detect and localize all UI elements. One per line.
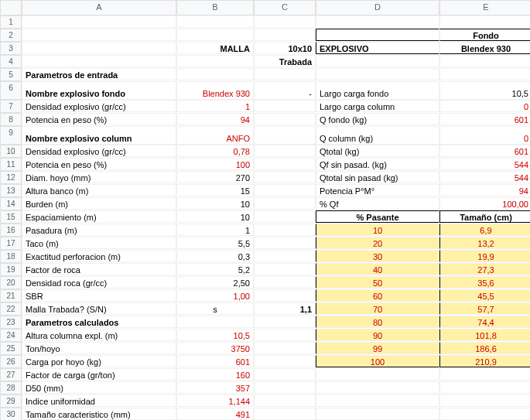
cell-C24[interactable] <box>254 329 316 341</box>
cell-B21[interactable]: 1,00 <box>176 289 254 302</box>
row-header-10[interactable]: 10 <box>0 145 22 158</box>
cell-D26[interactable]: 100 <box>316 355 439 367</box>
cell-C23[interactable] <box>254 316 316 328</box>
cell-A29[interactable]: Indice uniformidad <box>22 394 176 407</box>
cell-B12[interactable]: 270 <box>176 171 254 183</box>
row-header-3[interactable]: 3 <box>0 42 22 55</box>
cell-A14[interactable]: Burden (m) <box>22 197 176 210</box>
cell-A25[interactable]: Ton/hoyo <box>22 342 176 354</box>
cell-A10[interactable]: Densidad explosivo (gr/cc) <box>22 145 176 157</box>
cell-C9[interactable] <box>254 126 316 145</box>
cell-E25[interactable]: 186,6 <box>439 342 530 354</box>
cell-A9[interactable]: Nombre explosivo column <box>22 126 176 145</box>
cell-D3[interactable]: EXPLOSIVO <box>316 42 439 54</box>
cell-D19[interactable]: 40 <box>316 263 439 275</box>
cell-A12[interactable]: Diam. hoyo (mm) <box>22 171 176 183</box>
cell-D29[interactable] <box>316 394 439 407</box>
cell-A28[interactable]: D50 (mm) <box>22 381 176 394</box>
cell-A26[interactable]: Carga por hoyo (kg) <box>22 355 176 367</box>
cell-C16[interactable] <box>254 224 316 236</box>
row-header-13[interactable]: 13 <box>0 184 22 197</box>
cell-B24[interactable]: 10,5 <box>176 329 254 341</box>
row-header-16[interactable]: 16 <box>0 224 22 237</box>
cell-D28[interactable] <box>316 381 439 394</box>
cell-E3[interactable]: Blendex 930 <box>439 42 530 54</box>
cell-E26[interactable]: 210,9 <box>439 355 530 367</box>
cell-D27[interactable] <box>316 368 439 381</box>
row-header-17[interactable]: 17 <box>0 237 22 250</box>
cell-D6[interactable]: Largo carga fondo <box>316 81 439 100</box>
cell-D13[interactable]: Potencia P°M° <box>316 184 439 196</box>
cell-D1[interactable] <box>316 15 439 28</box>
cell-C19[interactable] <box>254 263 316 275</box>
cell-A13[interactable]: Altura banco (m) <box>22 184 176 196</box>
cell-B17[interactable]: 5,5 <box>176 237 254 249</box>
cell-D23[interactable]: 80 <box>316 316 439 328</box>
row-header-22[interactable]: 22 <box>0 302 22 316</box>
cell-B1[interactable] <box>176 15 254 28</box>
cell-B20[interactable]: 2,50 <box>176 276 254 289</box>
cell-A7[interactable]: Densidad explosivo (gr/cc) <box>22 100 176 112</box>
cell-E4[interactable] <box>439 55 530 67</box>
cell-B25[interactable]: 3750 <box>176 342 254 354</box>
cell-B22[interactable]: s <box>176 302 254 315</box>
cell-D22[interactable]: 70 <box>316 302 439 315</box>
cell-B6[interactable]: Blendex 930 <box>176 81 254 100</box>
cell-C13[interactable] <box>254 184 316 196</box>
row-header-27[interactable]: 27 <box>0 368 22 381</box>
cell-C29[interactable] <box>254 394 316 407</box>
cell-E28[interactable] <box>439 381 530 394</box>
cell-E7[interactable]: 0 <box>439 100 530 112</box>
cell-C20[interactable] <box>254 276 316 289</box>
cell-E13[interactable]: 94 <box>439 184 530 196</box>
col-header-E[interactable]: E <box>439 0 530 15</box>
row-header-15[interactable]: 15 <box>0 210 22 224</box>
row-header-12[interactable]: 12 <box>0 171 22 184</box>
cell-D2[interactable] <box>316 29 439 41</box>
cell-B11[interactable]: 100 <box>176 158 254 170</box>
cell-D24[interactable]: 90 <box>316 329 439 341</box>
cell-B23[interactable] <box>176 316 254 328</box>
cell-B4[interactable] <box>176 55 254 67</box>
cell-E16[interactable]: 6,9 <box>439 224 530 236</box>
row-header-18[interactable]: 18 <box>0 250 22 263</box>
row-header-30[interactable]: 30 <box>0 408 22 420</box>
cell-C3[interactable]: 10x10 <box>254 42 316 54</box>
cell-C7[interactable] <box>254 100 316 112</box>
row-header-11[interactable]: 11 <box>0 158 22 171</box>
cell-A3[interactable] <box>22 42 176 54</box>
cell-B14[interactable]: 10 <box>176 197 254 210</box>
cell-A24[interactable]: Altura columna expl. (m) <box>22 329 176 341</box>
cell-D7[interactable]: Largo carga column <box>316 100 439 112</box>
cell-D5[interactable] <box>316 68 439 80</box>
cell-E10[interactable]: 601 <box>439 145 530 157</box>
col-header-C[interactable]: C <box>254 0 316 15</box>
row-header-20[interactable]: 20 <box>0 276 22 289</box>
cell-E21[interactable]: 45,5 <box>439 289 530 302</box>
row-header-21[interactable]: 21 <box>0 289 22 302</box>
cell-D14[interactable]: % Qf <box>316 197 439 210</box>
cell-C2[interactable] <box>254 29 316 41</box>
cell-E22[interactable]: 57,7 <box>439 302 530 315</box>
cell-A20[interactable]: Densidad roca (gr/cc) <box>22 276 176 289</box>
row-header-9[interactable]: 9 <box>0 126 22 145</box>
cell-C4[interactable]: Trabada <box>254 55 316 67</box>
row-header-23[interactable]: 23 <box>0 316 22 329</box>
cell-B18[interactable]: 0,3 <box>176 250 254 262</box>
cell-E30[interactable] <box>439 408 530 420</box>
cell-A27[interactable]: Factor de carga (gr/ton) <box>22 368 176 381</box>
cell-B8[interactable]: 94 <box>176 113 254 125</box>
cell-E12[interactable]: 544 <box>439 171 530 183</box>
cell-E19[interactable]: 27,3 <box>439 263 530 275</box>
cell-D10[interactable]: Qtotal (kg) <box>316 145 439 157</box>
cell-A1[interactable] <box>22 15 176 28</box>
cell-C15[interactable] <box>254 210 316 223</box>
col-header-D[interactable]: D <box>316 0 439 15</box>
cell-B16[interactable]: 1 <box>176 224 254 236</box>
row-header-4[interactable]: 4 <box>0 55 22 68</box>
cell-D25[interactable]: 99 <box>316 342 439 354</box>
row-header-8[interactable]: 8 <box>0 113 22 126</box>
cell-C21[interactable] <box>254 289 316 302</box>
cell-D17[interactable]: 20 <box>316 237 439 249</box>
cell-D9[interactable]: Q column (kg) <box>316 126 439 145</box>
